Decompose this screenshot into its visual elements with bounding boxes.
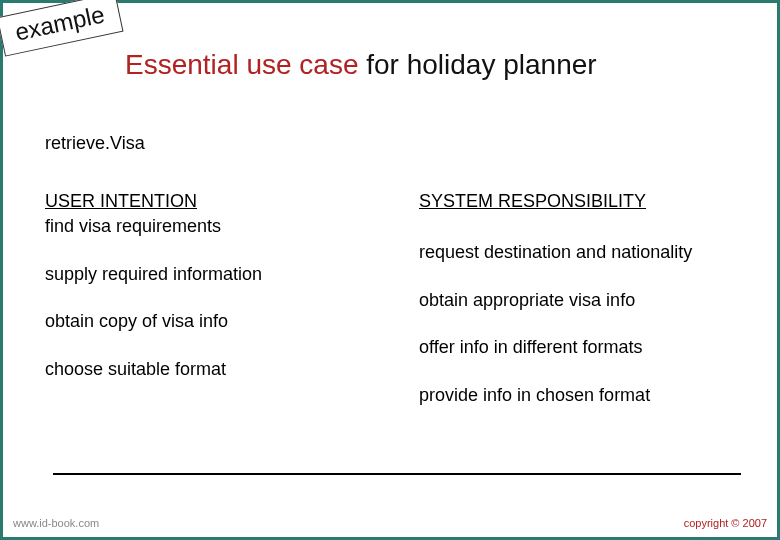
usecase-name: retrieve.Visa	[45, 133, 753, 155]
slide: example Essential use case for holiday p…	[0, 0, 780, 540]
example-badge-text: example	[13, 0, 107, 45]
content-area: retrieve.Visa USER INTENTION find visa r…	[45, 133, 753, 433]
title-accent: Essential use case	[125, 49, 358, 80]
user-intention-header: USER INTENTION	[45, 191, 379, 213]
system-step: obtain appropriate visa info	[419, 290, 753, 312]
user-step: choose suitable format	[45, 359, 379, 381]
example-badge: example	[0, 0, 123, 57]
horizontal-rule	[53, 473, 741, 475]
user-step: supply required information	[45, 264, 379, 286]
column-user-intention: USER INTENTION find visa requirements su…	[45, 191, 379, 433]
footer-url: www.id-book.com	[13, 517, 99, 529]
footer: www.id-book.com copyright © 2007	[3, 513, 777, 537]
user-step: obtain copy of visa info	[45, 311, 379, 333]
footer-copyright: copyright © 2007	[684, 517, 767, 529]
system-responsibility-header: SYSTEM RESPONSIBILITY	[419, 191, 753, 213]
slide-title: Essential use case for holiday planner	[125, 49, 597, 81]
system-step: request destination and nationality	[419, 242, 753, 264]
system-step: offer info in different formats	[419, 337, 753, 359]
system-step: provide info in chosen format	[419, 385, 753, 407]
title-rest: for holiday planner	[358, 49, 596, 80]
column-system-responsibility: SYSTEM RESPONSIBILITY request destinatio…	[419, 191, 753, 433]
columns: USER INTENTION find visa requirements su…	[45, 191, 753, 433]
user-step: find visa requirements	[45, 216, 379, 238]
